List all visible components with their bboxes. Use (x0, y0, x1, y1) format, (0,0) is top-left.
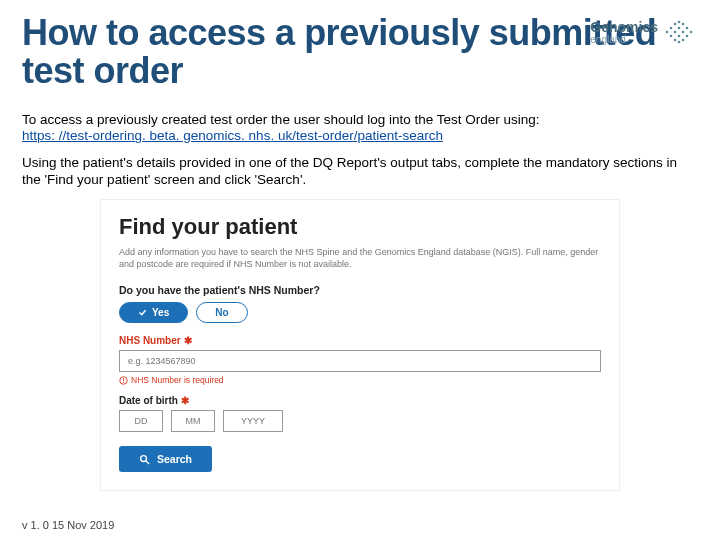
nhs-number-question: Do you have the patient's NHS Number? (119, 284, 601, 296)
svg-rect-18 (123, 382, 124, 383)
svg-point-3 (674, 23, 677, 26)
svg-point-4 (674, 31, 677, 34)
svg-point-5 (674, 39, 677, 42)
dob-year-input[interactable] (223, 410, 283, 432)
logo-dots-icon (664, 18, 696, 46)
search-button[interactable]: Search (119, 446, 212, 472)
warning-icon (119, 376, 128, 385)
find-patient-heading: Find your patient (119, 214, 601, 240)
dob-day-input[interactable] (119, 410, 163, 432)
test-order-link[interactable]: https: //test-ordering. beta. genomics. … (22, 128, 443, 143)
svg-point-2 (670, 35, 673, 38)
svg-point-8 (678, 35, 681, 38)
svg-rect-17 (123, 378, 124, 381)
yes-label: Yes (152, 307, 169, 318)
svg-point-14 (686, 35, 689, 38)
no-toggle[interactable]: No (196, 302, 247, 323)
svg-point-9 (678, 41, 681, 44)
dob-label: Date of birth ✱ (119, 395, 601, 406)
nhs-number-label: NHS Number ✱ (119, 335, 601, 346)
svg-point-15 (690, 31, 693, 34)
required-star: ✱ (184, 335, 192, 346)
intro-text: To access a previously created test orde… (22, 112, 540, 127)
required-star: ✱ (181, 395, 189, 406)
find-patient-panel: Find your patient Add any information yo… (100, 199, 620, 491)
svg-point-10 (682, 23, 685, 26)
nhs-number-input[interactable] (119, 350, 601, 372)
svg-point-13 (686, 27, 689, 30)
svg-point-12 (682, 39, 685, 42)
svg-line-20 (146, 461, 149, 464)
intro-line: To access a previously created test orde… (22, 112, 698, 146)
search-icon (139, 454, 150, 465)
yes-toggle[interactable]: Yes (119, 302, 188, 323)
search-label: Search (157, 453, 192, 465)
logo-name: Genomics (590, 20, 658, 34)
dob-month-input[interactable] (171, 410, 215, 432)
instruction-para: Using the patient's details provided in … (22, 155, 698, 189)
logo-sub: england (590, 35, 658, 45)
find-patient-subtext: Add any information you have to search t… (119, 246, 601, 270)
nhs-error-text: NHS Number is required (119, 375, 601, 385)
no-label: No (215, 307, 228, 318)
svg-point-0 (666, 31, 669, 34)
brand-logo: Genomics england (590, 18, 696, 46)
svg-point-7 (678, 27, 681, 30)
svg-point-1 (670, 27, 673, 30)
version-text: v 1. 0 15 Nov 2019 (14, 519, 114, 531)
check-icon (138, 308, 147, 317)
page-number: 4 (692, 519, 698, 531)
svg-point-11 (682, 31, 685, 34)
svg-point-19 (141, 456, 147, 462)
slide-footer: v 1. 0 15 Nov 2019 4 (0, 510, 720, 540)
svg-point-6 (678, 21, 681, 24)
